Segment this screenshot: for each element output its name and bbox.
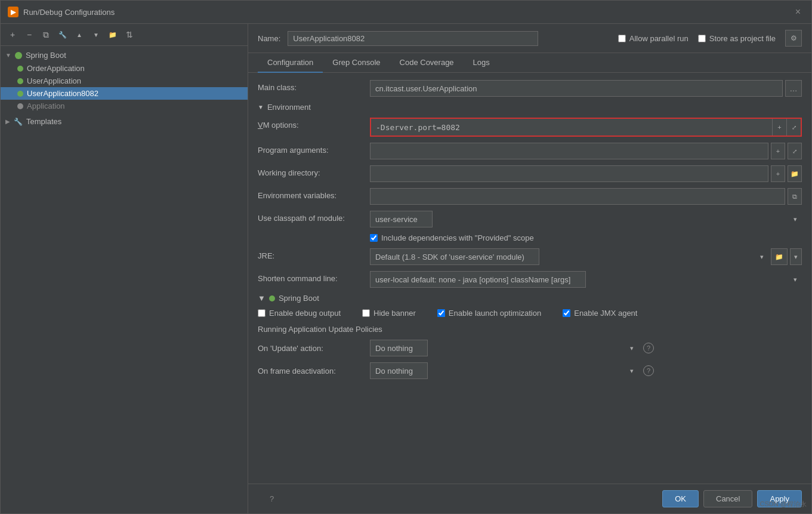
springboot-category[interactable]: ▼ Spring Boot — [1, 48, 248, 62]
program-args-expand-button[interactable]: + — [771, 143, 785, 159]
on-frame-select-wrap: Do nothing — [370, 362, 638, 379]
question-button[interactable]: ? — [258, 491, 286, 507]
enable-launch-checkbox[interactable] — [437, 309, 445, 317]
tab-code-coverage[interactable]: Code Coverage — [390, 53, 464, 73]
working-dir-input[interactable] — [370, 165, 768, 182]
store-project-checkbox-wrap[interactable]: Store as project file — [698, 34, 776, 43]
tree-item-order[interactable]: OrderApplication — [1, 62, 248, 75]
on-update-select[interactable]: Do nothing — [370, 340, 428, 356]
program-args-fullscreen-button[interactable]: ⤢ — [788, 143, 802, 159]
vm-fullscreen-button[interactable]: ⤢ — [786, 119, 801, 136]
shorten-select[interactable]: user-local default: none - java [options… — [370, 271, 586, 288]
dialog-title: Run/Debug Configurations — [23, 8, 115, 17]
shorten-select-wrap: user-local default: none - java [options… — [370, 271, 802, 288]
classpath-select-wrap: user-service — [370, 211, 802, 227]
enable-debug-checkbox[interactable] — [258, 309, 265, 317]
spring-checkboxes-row: Enable debug output Hide banner Enable l… — [258, 309, 802, 318]
working-dir-expand-button[interactable]: + — [771, 165, 785, 182]
wrench-icon: 🔧 — [14, 118, 23, 126]
templates-category[interactable]: ▶ 🔧 Templates — [1, 115, 248, 128]
include-dep-checkbox[interactable] — [370, 234, 378, 242]
tabs-row: Configuration Grep Console Code Coverage… — [248, 53, 811, 73]
enable-jmx-wrap[interactable]: Enable JMX agent — [563, 309, 637, 318]
enable-debug-label: Enable debug output — [269, 309, 341, 318]
on-update-select-wrap: Do nothing — [370, 340, 638, 356]
user-app-icon — [17, 78, 23, 84]
tree-item-user[interactable]: UserApplication — [1, 75, 248, 87]
tree-item-label: OrderApplication — [27, 64, 85, 73]
springboot-arrow: ▼ — [5, 52, 11, 59]
main-class-input[interactable] — [370, 80, 783, 97]
name-label: Name: — [258, 34, 280, 43]
enable-jmx-checkbox[interactable] — [563, 309, 570, 317]
tree-item-user8082[interactable]: UserApplication8082 — [1, 87, 248, 100]
tab-grep-console[interactable]: Grep Console — [323, 53, 390, 73]
spring-boot-arrow: ▼ — [258, 294, 265, 303]
vm-options-label: VM options: — [258, 118, 365, 130]
settings-gear-button[interactable]: ⚙ — [785, 30, 802, 47]
move-down-button[interactable]: ▼ — [89, 27, 103, 42]
main-class-browse-button[interactable]: … — [785, 80, 802, 97]
copy-config-button[interactable]: ⧉ — [39, 27, 53, 42]
env-vars-copy-button[interactable]: ⧉ — [788, 188, 802, 205]
on-update-help-icon[interactable]: ? — [643, 343, 654, 353]
jre-select[interactable]: Default (1.8 - SDK of 'user-service' mod… — [370, 248, 539, 265]
title-bar-left: ▶ Run/Debug Configurations — [8, 7, 115, 17]
main-content: + − ⧉ 🔧 ▲ ▼ 📁 ⇅ ▼ Spring Boot O — [1, 24, 811, 513]
main-class-label: Main class: — [258, 80, 365, 92]
vm-options-row: VM options: + ⤢ — [258, 118, 802, 137]
close-button[interactable]: × — [792, 5, 804, 19]
vm-expand-button[interactable]: + — [772, 119, 786, 136]
include-dep-row: Include dependencies with "Provided" sco… — [258, 233, 802, 242]
tree-item-label: Application — [27, 101, 65, 110]
right-panel: Name: Allow parallel run Store as projec… — [248, 24, 811, 513]
on-frame-select[interactable]: Do nothing — [370, 362, 428, 379]
allow-parallel-label: Allow parallel run — [629, 34, 688, 43]
jre-dropdown-button[interactable]: ▾ — [790, 248, 802, 265]
title-bar: ▶ Run/Debug Configurations × — [1, 1, 811, 24]
vm-options-input[interactable] — [371, 119, 772, 136]
jre-folder-button[interactable]: 📁 — [771, 248, 788, 265]
program-args-label: Program arguments: — [258, 143, 365, 155]
program-args-row: Program arguments: + ⤢ — [258, 143, 802, 159]
name-input[interactable] — [288, 31, 538, 46]
env-vars-control: ⧉ — [370, 188, 802, 205]
tree-item-label: UserApplication8082 — [27, 89, 98, 98]
working-dir-folder-button[interactable]: 📁 — [788, 165, 802, 182]
tree-item-label: UserApplication — [27, 76, 81, 85]
store-project-checkbox[interactable] — [698, 35, 706, 42]
spring-boot-header[interactable]: ▼ Spring Boot — [258, 294, 802, 303]
env-vars-input[interactable] — [370, 188, 785, 205]
jre-select-wrap: Default (1.8 - SDK of 'user-service' mod… — [370, 248, 768, 265]
tab-configuration[interactable]: Configuration — [258, 53, 323, 73]
classpath-select[interactable]: user-service — [370, 211, 433, 227]
environment-section-header[interactable]: ▼ Environment — [258, 103, 802, 112]
remove-config-button[interactable]: − — [22, 27, 36, 42]
allow-parallel-checkbox[interactable] — [618, 35, 626, 42]
hide-banner-wrap[interactable]: Hide banner — [362, 309, 416, 318]
hide-banner-checkbox[interactable] — [362, 309, 370, 317]
working-dir-label: Working directory: — [258, 165, 365, 177]
running-policies-section: Running Application Update Policies On '… — [258, 325, 802, 379]
springboot-label: Spring Boot — [26, 51, 66, 60]
enable-debug-wrap[interactable]: Enable debug output — [258, 309, 341, 318]
on-frame-help-icon[interactable]: ? — [643, 365, 654, 376]
wrench-button[interactable]: 🔧 — [55, 27, 70, 42]
user8082-app-icon — [17, 91, 23, 97]
program-args-control: + ⤢ — [370, 143, 802, 159]
folder-button[interactable]: 📁 — [106, 27, 120, 42]
program-args-input[interactable] — [370, 143, 768, 159]
move-up-button[interactable]: ▲ — [72, 27, 87, 42]
shorten-row: Shorten command line: user-local default… — [258, 271, 802, 288]
tab-logs[interactable]: Logs — [464, 53, 499, 73]
allow-parallel-checkbox-wrap[interactable]: Allow parallel run — [618, 34, 688, 43]
application-icon — [17, 103, 23, 109]
spring-boot-section: ▼ Spring Boot Enable debug output Hide b… — [258, 294, 802, 379]
ok-button[interactable]: OK — [662, 490, 699, 507]
tree-item-application[interactable]: Application — [1, 100, 248, 112]
add-config-button[interactable]: + — [5, 27, 20, 42]
cancel-button[interactable]: Cancel — [703, 490, 752, 507]
enable-launch-wrap[interactable]: Enable launch optimization — [437, 309, 541, 318]
sort-button[interactable]: ⇅ — [122, 27, 137, 42]
shorten-control: user-local default: none - java [options… — [370, 271, 802, 288]
